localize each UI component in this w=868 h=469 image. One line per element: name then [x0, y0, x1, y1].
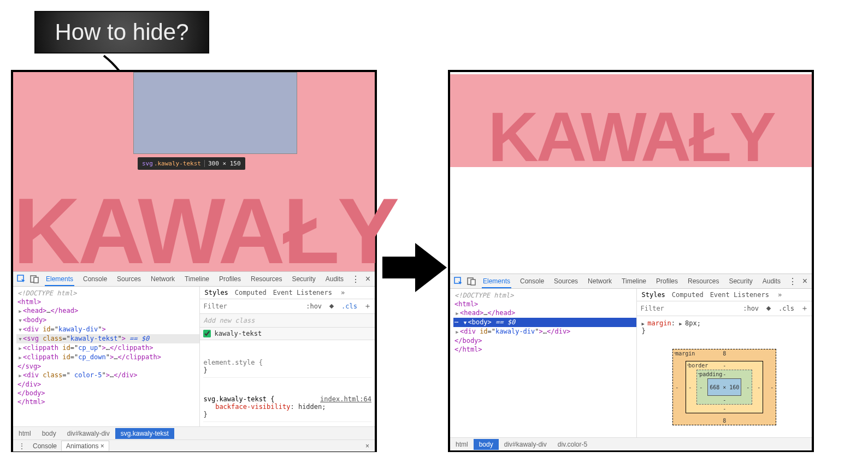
tab-network[interactable]: Network — [587, 274, 613, 288]
element-tooltip: svg .kawaly-tekst 300 × 150 — [138, 157, 245, 170]
class-checkbox[interactable] — [203, 330, 211, 337]
tooltip-class: .kawaly-tekst — [154, 160, 201, 167]
box-content-size: 668 × 160 — [710, 384, 739, 390]
tab-profiles[interactable]: Profiles — [655, 274, 679, 288]
tooltip-dims: 300 × 150 — [204, 160, 241, 167]
tab-timeline[interactable]: Timeline — [621, 274, 647, 288]
box-model: margin 88 -- border ---- padding ---- 66… — [672, 349, 776, 425]
diamond-icon[interactable] — [762, 303, 775, 314]
tooltip-tag: svg — [142, 160, 153, 167]
subtab-styles[interactable]: Styles — [204, 289, 228, 296]
css-rules[interactable]: element.style { } index.html:64svg.kawal… — [200, 340, 375, 426]
drawer-close-icon[interactable]: × — [362, 442, 373, 450]
subtab-listeners[interactable]: Event Listeners — [710, 291, 769, 299]
subtab-computed[interactable]: Computed — [235, 289, 267, 296]
cls-button[interactable]: .cls — [775, 302, 798, 314]
left-heading: KAWAŁY — [13, 177, 375, 284]
cls-button[interactable]: .cls — [338, 300, 361, 312]
left-pinkbar: KAWAŁY svg .kawaly-tekst 300 × 150 — [13, 72, 375, 271]
kebab-icon[interactable]: ⋮ — [786, 276, 799, 287]
tab-sources[interactable]: Sources — [553, 274, 579, 288]
inspect-icon[interactable] — [452, 275, 464, 287]
subtab-computed[interactable]: Computed — [672, 291, 704, 299]
subtab-styles[interactable]: Styles — [641, 291, 665, 299]
svg-highlight-box — [133, 72, 297, 154]
subtab-listeners[interactable]: Event Listeners — [273, 289, 332, 296]
devtools-tabbar-right: Elements Console Sources Network Timelin… — [450, 274, 812, 289]
drawer-left: ⋮ Console Animations × × — [13, 440, 375, 452]
tab-resources[interactable]: Resources — [687, 274, 720, 288]
selected-dom-row[interactable]: ⋯ <body> == $0 — [453, 318, 636, 327]
crumb-html[interactable]: html — [450, 439, 474, 450]
right-pinkbar: KAWAŁY — [450, 74, 812, 167]
svg-rect-7 — [766, 306, 771, 311]
styles-subtabs: Styles Computed Event Listeners » — [200, 287, 375, 299]
dom-tree-right[interactable]: <!DOCTYPE html> <html> <head>…</head> ⋯ … — [450, 289, 636, 437]
drawer-more-icon[interactable]: ⋮ — [15, 442, 28, 450]
breadcrumb-right: html body div#kawaly-div div.color-5 — [450, 437, 812, 450]
callout-text: How to hide? — [55, 19, 188, 45]
tab-console[interactable]: Console — [519, 274, 545, 288]
crumb-color5[interactable]: div.color-5 — [552, 439, 593, 450]
transition-arrow-icon — [382, 240, 448, 295]
svg-rect-6 — [471, 280, 475, 285]
new-rule-plus-icon[interactable]: ＋ — [361, 299, 375, 313]
subtab-more-icon[interactable]: » — [341, 289, 345, 296]
drawer-animations[interactable]: Animations × — [61, 441, 109, 451]
new-rule-plus-icon[interactable]: ＋ — [798, 301, 812, 316]
crumb-body[interactable]: body — [474, 439, 499, 450]
tab-elements[interactable]: Elements — [482, 274, 511, 288]
devtools-body-left: <!DOCTYPE html> <html> <head>…</head> <b… — [13, 287, 375, 426]
callout-box: How to hide? — [34, 11, 209, 54]
filter-row: :hov .cls ＋ — [200, 299, 375, 314]
right-render-area: KAWAŁY — [450, 74, 812, 274]
close-icon[interactable]: × — [800, 276, 810, 286]
add-class-input[interactable]: Add new class — [200, 314, 375, 328]
filter-row: :hov .cls ＋ — [637, 301, 812, 316]
devtools-tabs-right: Elements Console Sources Network Timelin… — [482, 274, 782, 288]
diamond-icon[interactable] — [325, 301, 338, 312]
crumb-svg[interactable]: svg.kawaly-tekst — [115, 428, 174, 439]
styles-col-right: Styles Computed Event Listeners » :hov .… — [636, 289, 812, 437]
devtools-body-right: <!DOCTYPE html> <html> <head>…</head> ⋯ … — [450, 289, 812, 437]
styles-subtabs: Styles Computed Event Listeners » — [637, 289, 812, 301]
styles-col-left: Styles Computed Event Listeners » :hov .… — [199, 287, 375, 426]
styles-filter-input[interactable] — [200, 300, 303, 313]
selected-dom-row[interactable]: <svg class="kawaly-tekst"> == $0 — [16, 334, 199, 343]
crumb-div[interactable]: div#kawaly-div — [62, 428, 115, 439]
drawer-console[interactable]: Console — [28, 441, 61, 451]
crumb-html[interactable]: html — [13, 428, 37, 439]
device-icon[interactable] — [465, 275, 477, 287]
svg-rect-3 — [329, 304, 334, 308]
tab-security[interactable]: Security — [728, 274, 753, 288]
subtab-more-icon[interactable]: » — [778, 291, 782, 299]
breadcrumb-left: html body div#kawaly-div svg.kawaly-teks… — [13, 426, 375, 440]
left-panel: KAWAŁY svg .kawaly-tekst 300 × 150 Eleme… — [11, 70, 377, 452]
right-panel: KAWAŁY Elements Console Sources Network … — [448, 70, 814, 452]
tab-audits[interactable]: Audits — [761, 274, 782, 288]
crumb-div[interactable]: div#kawaly-div — [499, 439, 552, 450]
styles-filter-input[interactable] — [637, 302, 740, 315]
class-toggle-row: kawaly-tekst — [200, 328, 375, 340]
hov-button[interactable]: :hov — [740, 302, 762, 314]
crumb-body[interactable]: body — [37, 428, 62, 439]
dom-tree-left[interactable]: <!DOCTYPE html> <html> <head>…</head> <b… — [13, 287, 199, 426]
left-render-area: KAWAŁY svg .kawaly-tekst 300 × 150 — [13, 72, 375, 271]
dom-doctype: <!DOCTYPE html> — [17, 289, 76, 297]
right-heading: KAWAŁY — [450, 97, 812, 177]
class-name: kawaly-tekst — [214, 330, 262, 337]
hov-button[interactable]: :hov — [303, 300, 325, 312]
css-rules-right[interactable]: margin: 8px; } — [637, 316, 812, 338]
dom-doctype: <!DOCTYPE html> — [454, 292, 513, 299]
